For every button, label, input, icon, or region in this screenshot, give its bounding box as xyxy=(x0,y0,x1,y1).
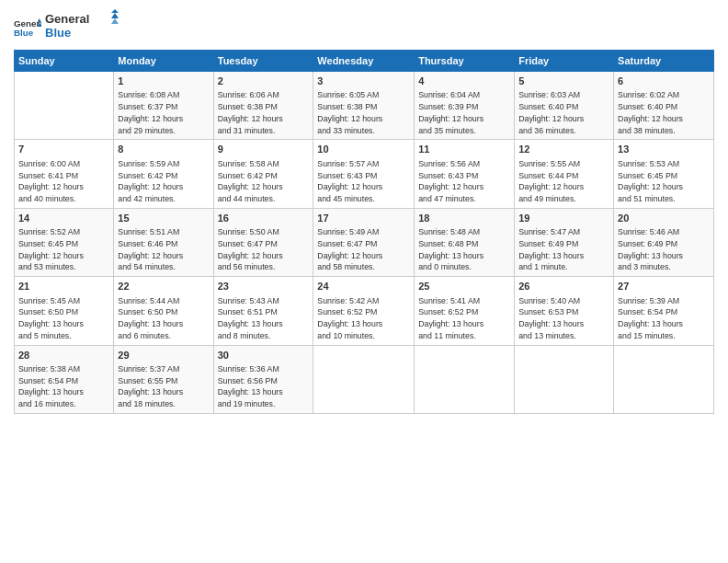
day-info: Sunrise: 5:57 AM Sunset: 6:43 PM Dayligh… xyxy=(317,158,410,205)
col-header-saturday: Saturday xyxy=(614,51,714,72)
day-number: 27 xyxy=(618,280,710,293)
calendar-cell: 30Sunrise: 5:36 AM Sunset: 6:56 PM Dayli… xyxy=(213,345,313,413)
logo-icon: General Blue xyxy=(14,17,41,40)
calendar-cell: 25Sunrise: 5:41 AM Sunset: 6:52 PM Dayli… xyxy=(415,277,515,345)
calendar-cell: 7Sunrise: 6:00 AM Sunset: 6:41 PM Daylig… xyxy=(15,140,114,208)
day-number: 4 xyxy=(418,75,510,88)
svg-marker-8 xyxy=(111,18,119,24)
calendar-cell xyxy=(313,345,415,413)
calendar-cell: 17Sunrise: 5:49 AM Sunset: 6:47 PM Dayli… xyxy=(313,208,415,276)
day-info: Sunrise: 6:03 AM Sunset: 6:40 PM Dayligh… xyxy=(518,89,609,136)
day-number: 22 xyxy=(118,280,209,293)
calendar-cell: 27Sunrise: 5:39 AM Sunset: 6:54 PM Dayli… xyxy=(614,277,714,345)
day-number: 13 xyxy=(618,143,710,156)
day-info: Sunrise: 5:47 AM Sunset: 6:49 PM Dayligh… xyxy=(518,226,609,273)
svg-marker-6 xyxy=(111,9,119,13)
logo-svg: General Blue xyxy=(45,9,123,42)
calendar-cell: 11Sunrise: 5:56 AM Sunset: 6:43 PM Dayli… xyxy=(415,140,515,208)
day-number: 3 xyxy=(317,75,410,88)
week-row-2: 7Sunrise: 6:00 AM Sunset: 6:41 PM Daylig… xyxy=(15,140,714,208)
calendar-cell: 12Sunrise: 5:55 AM Sunset: 6:44 PM Dayli… xyxy=(515,140,614,208)
col-header-wednesday: Wednesday xyxy=(313,51,415,72)
calendar-cell: 5Sunrise: 6:03 AM Sunset: 6:40 PM Daylig… xyxy=(515,72,614,140)
day-info: Sunrise: 5:42 AM Sunset: 6:52 PM Dayligh… xyxy=(317,295,410,342)
day-info: Sunrise: 5:53 AM Sunset: 6:45 PM Dayligh… xyxy=(618,158,710,205)
day-number: 6 xyxy=(618,75,710,88)
col-header-monday: Monday xyxy=(114,51,213,72)
page-container: General Blue General Blue Su xyxy=(0,0,728,423)
calendar-cell: 13Sunrise: 5:53 AM Sunset: 6:45 PM Dayli… xyxy=(614,140,714,208)
week-row-4: 21Sunrise: 5:45 AM Sunset: 6:50 PM Dayli… xyxy=(15,277,714,345)
svg-marker-7 xyxy=(111,13,119,18)
calendar-cell: 26Sunrise: 5:40 AM Sunset: 6:53 PM Dayli… xyxy=(515,277,614,345)
calendar-cell: 8Sunrise: 5:59 AM Sunset: 6:42 PM Daylig… xyxy=(114,140,213,208)
logo: General Blue General Blue xyxy=(14,9,123,46)
svg-text:Blue: Blue xyxy=(14,27,34,37)
day-info: Sunrise: 5:39 AM Sunset: 6:54 PM Dayligh… xyxy=(618,295,710,342)
day-info: Sunrise: 5:49 AM Sunset: 6:47 PM Dayligh… xyxy=(317,226,410,273)
day-info: Sunrise: 5:55 AM Sunset: 6:44 PM Dayligh… xyxy=(518,158,609,205)
day-info: Sunrise: 5:38 AM Sunset: 6:54 PM Dayligh… xyxy=(18,363,109,410)
svg-text:General: General xyxy=(45,12,89,26)
day-info: Sunrise: 5:44 AM Sunset: 6:50 PM Dayligh… xyxy=(118,295,209,342)
day-info: Sunrise: 5:45 AM Sunset: 6:50 PM Dayligh… xyxy=(18,295,109,342)
calendar-cell: 4Sunrise: 6:04 AM Sunset: 6:39 PM Daylig… xyxy=(415,72,515,140)
day-info: Sunrise: 5:51 AM Sunset: 6:46 PM Dayligh… xyxy=(118,226,209,273)
header: General Blue General Blue xyxy=(14,9,714,46)
col-header-friday: Friday xyxy=(515,51,614,72)
calendar-cell: 10Sunrise: 5:57 AM Sunset: 6:43 PM Dayli… xyxy=(313,140,415,208)
calendar-cell xyxy=(15,72,114,140)
day-info: Sunrise: 5:52 AM Sunset: 6:45 PM Dayligh… xyxy=(18,226,109,273)
day-info: Sunrise: 5:48 AM Sunset: 6:48 PM Dayligh… xyxy=(418,226,510,273)
calendar-cell: 19Sunrise: 5:47 AM Sunset: 6:49 PM Dayli… xyxy=(515,208,614,276)
day-number: 5 xyxy=(518,75,609,88)
day-info: Sunrise: 5:43 AM Sunset: 6:51 PM Dayligh… xyxy=(218,295,310,342)
calendar-cell: 29Sunrise: 5:37 AM Sunset: 6:55 PM Dayli… xyxy=(114,345,213,413)
day-info: Sunrise: 5:36 AM Sunset: 6:56 PM Dayligh… xyxy=(218,363,310,410)
day-number: 8 xyxy=(118,143,209,156)
day-info: Sunrise: 5:50 AM Sunset: 6:47 PM Dayligh… xyxy=(218,226,310,273)
calendar-cell: 21Sunrise: 5:45 AM Sunset: 6:50 PM Dayli… xyxy=(15,277,114,345)
calendar-cell: 3Sunrise: 6:05 AM Sunset: 6:38 PM Daylig… xyxy=(313,72,415,140)
day-number: 20 xyxy=(618,212,710,225)
day-number: 30 xyxy=(218,349,310,362)
day-info: Sunrise: 5:46 AM Sunset: 6:49 PM Dayligh… xyxy=(618,226,710,273)
day-number: 16 xyxy=(218,212,310,225)
day-info: Sunrise: 6:05 AM Sunset: 6:38 PM Dayligh… xyxy=(317,89,410,136)
day-number: 10 xyxy=(317,143,410,156)
calendar-cell: 20Sunrise: 5:46 AM Sunset: 6:49 PM Dayli… xyxy=(614,208,714,276)
calendar-cell: 2Sunrise: 6:06 AM Sunset: 6:38 PM Daylig… xyxy=(213,72,313,140)
week-row-1: 1Sunrise: 6:08 AM Sunset: 6:37 PM Daylig… xyxy=(15,72,714,140)
calendar-cell: 24Sunrise: 5:42 AM Sunset: 6:52 PM Dayli… xyxy=(313,277,415,345)
day-number: 26 xyxy=(518,280,609,293)
day-number: 21 xyxy=(18,280,109,293)
day-info: Sunrise: 5:40 AM Sunset: 6:53 PM Dayligh… xyxy=(518,295,609,342)
day-number: 19 xyxy=(518,212,609,225)
day-number: 2 xyxy=(218,75,310,88)
day-number: 15 xyxy=(118,212,209,225)
calendar-cell: 15Sunrise: 5:51 AM Sunset: 6:46 PM Dayli… xyxy=(114,208,213,276)
col-header-sunday: Sunday xyxy=(15,51,114,72)
day-number: 11 xyxy=(418,143,510,156)
day-info: Sunrise: 6:00 AM Sunset: 6:41 PM Dayligh… xyxy=(18,158,109,205)
day-number: 28 xyxy=(18,349,109,362)
calendar-cell: 18Sunrise: 5:48 AM Sunset: 6:48 PM Dayli… xyxy=(415,208,515,276)
calendar-cell: 16Sunrise: 5:50 AM Sunset: 6:47 PM Dayli… xyxy=(213,208,313,276)
calendar-cell xyxy=(415,345,515,413)
day-info: Sunrise: 6:04 AM Sunset: 6:39 PM Dayligh… xyxy=(418,89,510,136)
day-info: Sunrise: 5:58 AM Sunset: 6:42 PM Dayligh… xyxy=(218,158,310,205)
calendar-cell: 28Sunrise: 5:38 AM Sunset: 6:54 PM Dayli… xyxy=(15,345,114,413)
day-number: 24 xyxy=(317,280,410,293)
calendar-cell xyxy=(515,345,614,413)
week-row-3: 14Sunrise: 5:52 AM Sunset: 6:45 PM Dayli… xyxy=(15,208,714,276)
calendar-cell xyxy=(614,345,714,413)
calendar-table: SundayMondayTuesdayWednesdayThursdayFrid… xyxy=(14,50,714,414)
day-number: 14 xyxy=(18,212,109,225)
day-info: Sunrise: 5:41 AM Sunset: 6:52 PM Dayligh… xyxy=(418,295,510,342)
day-number: 17 xyxy=(317,212,410,225)
day-info: Sunrise: 6:06 AM Sunset: 6:38 PM Dayligh… xyxy=(218,89,310,136)
day-number: 9 xyxy=(218,143,310,156)
day-number: 7 xyxy=(18,143,109,156)
day-number: 18 xyxy=(418,212,510,225)
week-row-5: 28Sunrise: 5:38 AM Sunset: 6:54 PM Dayli… xyxy=(15,345,714,413)
